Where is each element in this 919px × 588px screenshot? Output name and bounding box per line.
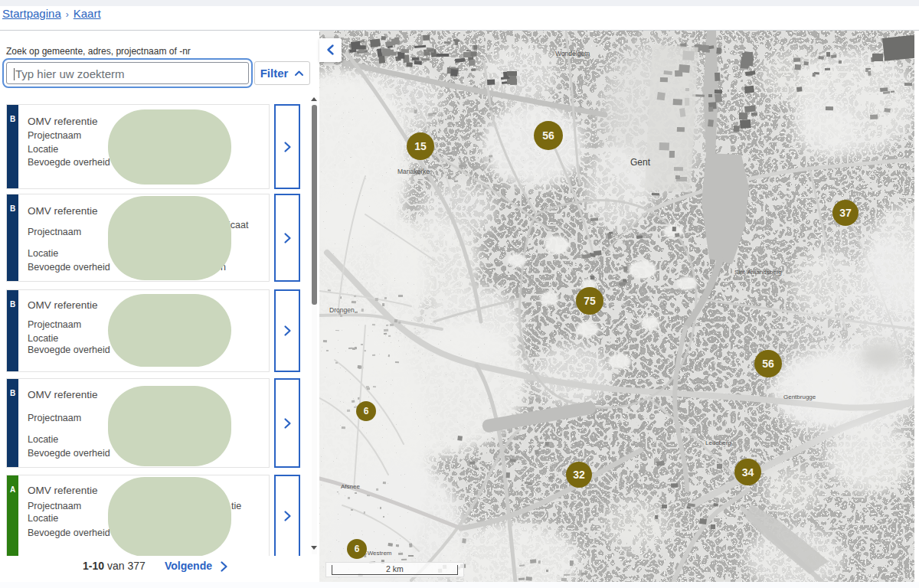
svg-text:Drongen: Drongen	[329, 306, 355, 314]
svg-text:Gent: Gent	[630, 157, 651, 168]
svg-text:Afsnee: Afsnee	[341, 483, 360, 490]
svg-text:s-Westrem: s-Westrem	[362, 550, 392, 557]
svg-text:Ledeberg: Ledeberg	[705, 439, 731, 446]
svg-text:Gentbrugge: Gentbrugge	[783, 394, 816, 400]
svg-text:Wondelgem: Wondelgem	[555, 50, 590, 57]
svg-text:Sint-Amandsberg: Sint-Amandsberg	[734, 269, 782, 276]
svg-text:Mariakerke: Mariakerke	[397, 168, 430, 175]
